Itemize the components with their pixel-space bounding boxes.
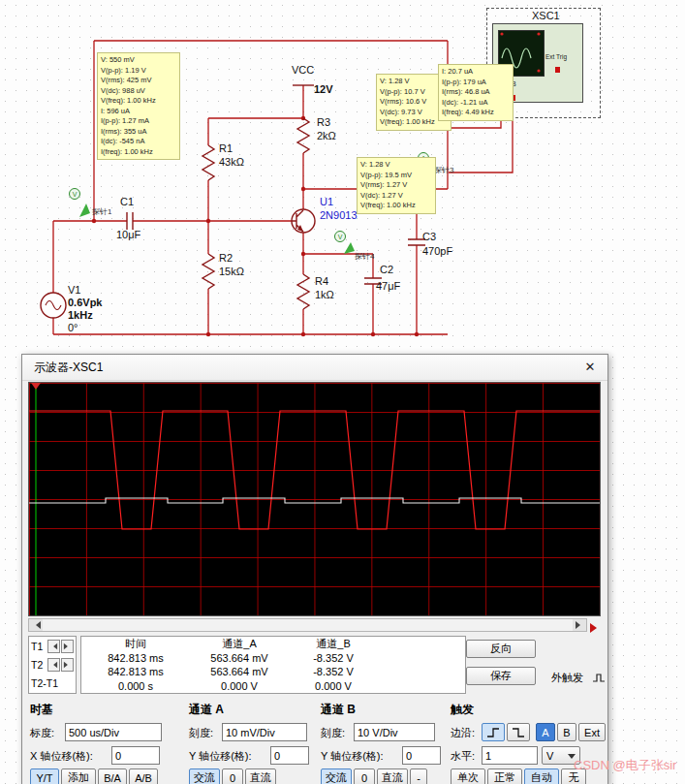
timebase-mode-add-button[interactable]: 添加: [61, 768, 96, 784]
r4-value: 1kΩ: [315, 289, 334, 300]
t1-label: T1: [31, 641, 47, 652]
channel-a-ypos-label: Y 轴位移(格):: [189, 749, 252, 764]
trigger-mode-auto-button[interactable]: 自动: [524, 768, 559, 784]
trigger-level-input[interactable]: [482, 746, 538, 765]
t1-right-button[interactable]: [61, 640, 74, 653]
t2-t1-label: T2-T1: [31, 677, 74, 689]
resistor-r2[interactable]: [202, 254, 214, 289]
probe3-label: 探针3: [434, 165, 453, 175]
channel-b-scale-input[interactable]: [354, 723, 435, 741]
trigger-mode-single-button[interactable]: 单次: [451, 768, 485, 784]
trigger-source-a-button[interactable]: A: [536, 723, 555, 741]
channel-b-dc-button[interactable]: 直流: [377, 768, 408, 784]
column-header-time: 时间: [81, 637, 190, 651]
c1-ref: C1: [120, 196, 134, 207]
t2-label: T2: [31, 659, 47, 671]
multisim-workspace: V A V VCC 12V R3 2kΩ R1 43kΩ C1 10μF U1 …: [0, 0, 685, 784]
v1-amplitude: 0.6Vpk: [68, 297, 102, 308]
t2-right-button[interactable]: [61, 658, 74, 672]
r1-ref: R1: [219, 142, 233, 154]
scroll-left-button[interactable]: [29, 619, 43, 631]
timebase-mode-ba-button[interactable]: B/A: [98, 768, 127, 784]
probe1-tooltip: V: 550 mVV(p-p): 1.19 V V(rms): 425 mVV(…: [97, 52, 180, 160]
vcc-label: VCC: [292, 64, 314, 76]
channel-b-zero-button[interactable]: 0: [354, 768, 375, 784]
t2-time: 842.813 ms: [81, 665, 190, 679]
close-button[interactable]: ✕: [578, 358, 602, 377]
r3-value: 2kΩ: [317, 130, 336, 141]
svg-text:V: V: [73, 191, 78, 198]
channel-a-dc-button[interactable]: 直流: [245, 768, 276, 784]
resistor-r4[interactable]: [297, 274, 309, 309]
r2-ref: R2: [219, 252, 233, 264]
timebase-xpos-input[interactable]: [111, 746, 160, 765]
v1-ref: V1: [68, 284, 80, 296]
save-button[interactable]: 保存: [466, 667, 536, 685]
scroll-right-button[interactable]: [573, 619, 586, 631]
t1-channel-a: 563.664 mV: [190, 651, 289, 666]
scope-display[interactable]: [28, 382, 601, 616]
xsc1-terminal-ext[interactable]: [555, 67, 560, 73]
timebase-mode-yt-button[interactable]: Y/T: [30, 768, 59, 784]
scope-scrollbar[interactable]: [28, 618, 587, 632]
trigger-source-ext-button[interactable]: Ext: [578, 723, 606, 741]
t1-time: 842.813 ms: [81, 651, 190, 666]
trigger-falling-edge-button[interactable]: [507, 723, 530, 741]
dt-channel-a: 0.000 V: [190, 679, 289, 694]
probe4-tooltip: V: 1.28 VV(p-p): 19.5 mV V(rms): 1.27 VV…: [357, 157, 436, 214]
r2-value: 15kΩ: [219, 266, 244, 277]
reverse-button[interactable]: 反向: [466, 640, 536, 658]
channel-b-ac-button[interactable]: 交流: [321, 768, 352, 784]
dt-channel-b: 0.000 V: [289, 679, 378, 694]
scope-controls: 时基 标度: X 轴位移(格): Y/T 添加 B/A A/B 通道 A 刻度:…: [22, 700, 607, 784]
channel-a-scale-input[interactable]: [222, 723, 307, 741]
trigger-edge-label: 边沿:: [451, 726, 475, 740]
t2-channel-a: 563.664 mV: [190, 665, 289, 679]
t1-left-button[interactable]: [47, 640, 60, 653]
rising-edge-icon: [485, 727, 501, 738]
transistor-u1[interactable]: [292, 209, 315, 233]
r1-value: 43kΩ: [219, 156, 244, 168]
scope-window-title: 示波器-XSC1: [34, 355, 103, 380]
channel-b-scale-label: 刻度:: [321, 726, 345, 740]
t2-channel-b: -8.352 V: [289, 665, 378, 679]
channel-b-minus-button[interactable]: -: [410, 768, 427, 784]
dt-time: 0.000 s: [81, 679, 190, 694]
capacitor-c1[interactable]: [127, 212, 133, 230]
column-header-channel-a: 通道_A: [190, 637, 289, 651]
resistor-r1[interactable]: [202, 145, 214, 180]
cursor-flag[interactable]: [31, 383, 41, 390]
source-v1[interactable]: [41, 293, 66, 318]
cursor-readout-table: 时间 通道_A 通道_B 842.813 ms 563.664 mV -8.35…: [80, 636, 466, 694]
probe3-tooltip: I: 20.7 uAI(p-p): 179 uA I(rms): 46.8 uA…: [438, 64, 514, 121]
channel-a-title: 通道 A: [189, 702, 224, 718]
c2-value: 47μF: [376, 280, 400, 292]
c3-value: 470pF: [422, 245, 452, 257]
scope-titlebar[interactable]: 示波器-XSC1 ✕: [22, 355, 607, 381]
probe4-label: 探针4: [355, 251, 374, 262]
channel-a-zero-button[interactable]: 0: [222, 768, 243, 784]
ext-trigger-label: 外触发: [551, 671, 583, 685]
probe-4[interactable]: V: [335, 232, 356, 255]
channel-a-ypos-input[interactable]: [270, 746, 309, 765]
xsc1-label: XSC1: [532, 10, 560, 21]
xsc1-ext-trig-label: Ext Trig: [545, 53, 567, 60]
ext-trigger-icon: [592, 672, 606, 683]
falling-edge-icon: [511, 727, 526, 738]
watermark: CSDN @电子张sir: [574, 757, 676, 774]
trigger-rising-edge-button[interactable]: [482, 723, 505, 741]
t2-left-button[interactable]: [47, 658, 60, 672]
c1-value: 10μF: [116, 229, 140, 240]
channel-a-ac-button[interactable]: 交流: [189, 768, 220, 784]
timebase-scale-input[interactable]: [65, 723, 162, 741]
resistor-r3[interactable]: [297, 118, 309, 153]
timebase-scale-label: 标度:: [30, 726, 54, 740]
channel-b-title: 通道 B: [321, 702, 356, 718]
channel-b-ypos-input[interactable]: [402, 746, 441, 765]
probe-1[interactable]: V: [70, 189, 91, 218]
trigger-mode-normal-button[interactable]: 正常: [487, 768, 522, 784]
timebase-mode-ab-button[interactable]: A/B: [129, 768, 158, 784]
trigger-level-label: 水平:: [451, 749, 475, 764]
trigger-source-b-button[interactable]: B: [557, 723, 576, 741]
oscilloscope-window: 示波器-XSC1 ✕ T1 T2: [21, 354, 608, 784]
